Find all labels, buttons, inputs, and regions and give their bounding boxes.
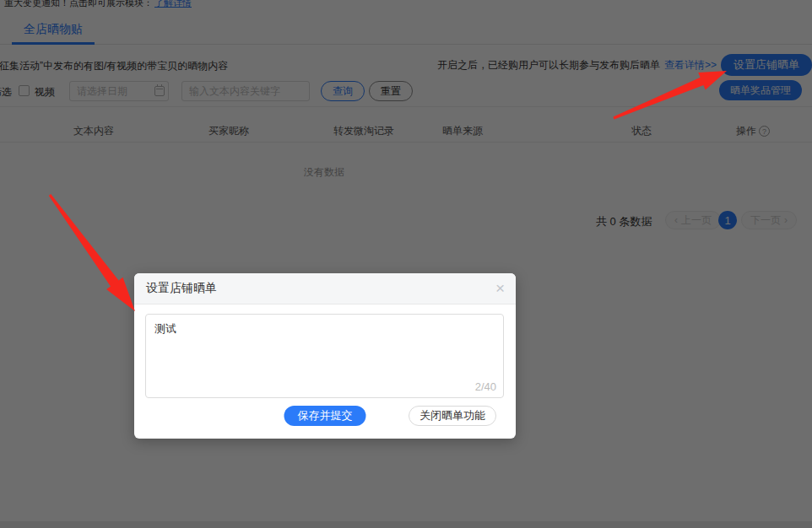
dialog-header: 设置店铺晒单 × — [134, 273, 516, 304]
dialog-title: 设置店铺晒单 — [146, 281, 217, 296]
review-text-field-wrap: 测试 2/40 — [145, 314, 504, 398]
review-text-field[interactable]: 测试 — [145, 314, 504, 398]
close-review-feature-button[interactable]: 关闭晒单功能 — [409, 406, 496, 426]
screen: 重大变更通知！点击即可展示模块：了解详情 全店晒物贴 “征集活动”中发布的有图/… — [0, 0, 812, 528]
modal-overlay[interactable] — [0, 0, 812, 528]
setup-store-review-dialog: 设置店铺晒单 × 测试 2/40 保存并提交 关闭晒单功能 — [134, 273, 516, 439]
dialog-footer: 保存并提交 关闭晒单功能 — [134, 406, 516, 426]
char-counter: 2/40 — [475, 380, 496, 393]
save-submit-button[interactable]: 保存并提交 — [284, 406, 366, 426]
close-icon[interactable]: × — [495, 279, 505, 298]
